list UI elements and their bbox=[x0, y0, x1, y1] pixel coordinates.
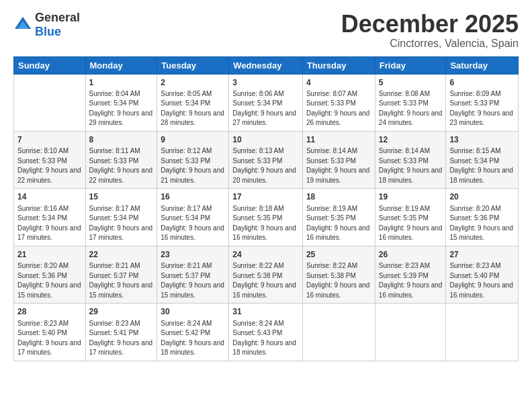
day-info: Sunrise: 8:07 AMSunset: 5:33 PMDaylight:… bbox=[306, 89, 371, 128]
day-info: Sunrise: 8:18 AMSunset: 5:35 PMDaylight:… bbox=[232, 204, 299, 243]
logo-icon bbox=[13, 15, 32, 34]
day-number: 17 bbox=[232, 191, 299, 203]
day-number: 2 bbox=[161, 77, 225, 89]
day-info: Sunrise: 8:19 AMSunset: 5:35 PMDaylight:… bbox=[306, 204, 371, 243]
calendar-cell: 16Sunrise: 8:17 AMSunset: 5:34 PMDayligh… bbox=[157, 189, 229, 246]
calendar-week-row: 7Sunrise: 8:10 AMSunset: 5:33 PMDaylight… bbox=[14, 131, 519, 188]
calendar-cell: 31Sunrise: 8:24 AMSunset: 5:43 PMDayligh… bbox=[229, 304, 303, 361]
day-info: Sunrise: 8:19 AMSunset: 5:35 PMDaylight:… bbox=[379, 204, 443, 243]
day-info: Sunrise: 8:22 AMSunset: 5:38 PMDaylight:… bbox=[306, 261, 371, 300]
day-info: Sunrise: 8:24 AMSunset: 5:43 PMDaylight:… bbox=[232, 319, 299, 358]
day-number: 24 bbox=[232, 249, 299, 261]
month-title: December 2025 bbox=[341, 11, 519, 38]
day-number: 7 bbox=[17, 134, 82, 146]
day-number: 10 bbox=[232, 134, 299, 146]
calendar-week-row: 14Sunrise: 8:16 AMSunset: 5:34 PMDayligh… bbox=[14, 189, 519, 246]
logo: General Blue bbox=[13, 11, 80, 39]
day-number: 6 bbox=[449, 77, 515, 89]
calendar-cell: 27Sunrise: 8:23 AMSunset: 5:40 PMDayligh… bbox=[446, 246, 519, 303]
day-info: Sunrise: 8:20 AMSunset: 5:36 PMDaylight:… bbox=[17, 261, 82, 300]
day-info: Sunrise: 8:12 AMSunset: 5:33 PMDaylight:… bbox=[161, 146, 225, 185]
weekday-header-thursday: Thursday bbox=[302, 56, 375, 74]
day-number: 22 bbox=[89, 249, 154, 261]
day-info: Sunrise: 8:17 AMSunset: 5:34 PMDaylight:… bbox=[161, 204, 225, 243]
calendar-cell: 19Sunrise: 8:19 AMSunset: 5:35 PMDayligh… bbox=[375, 189, 446, 246]
day-number: 13 bbox=[449, 134, 515, 146]
day-info: Sunrise: 8:11 AMSunset: 5:33 PMDaylight:… bbox=[89, 146, 154, 185]
day-number: 29 bbox=[89, 306, 154, 318]
weekday-header-sunday: Sunday bbox=[14, 56, 86, 74]
calendar-cell: 4Sunrise: 8:07 AMSunset: 5:33 PMDaylight… bbox=[302, 74, 375, 131]
weekday-header-row: SundayMondayTuesdayWednesdayThursdayFrid… bbox=[14, 56, 519, 74]
calendar-cell: 21Sunrise: 8:20 AMSunset: 5:36 PMDayligh… bbox=[14, 246, 86, 303]
day-number: 14 bbox=[17, 191, 82, 203]
day-number: 5 bbox=[379, 77, 443, 89]
calendar-cell: 10Sunrise: 8:13 AMSunset: 5:33 PMDayligh… bbox=[229, 131, 303, 188]
day-number: 23 bbox=[161, 249, 225, 261]
calendar-week-row: 28Sunrise: 8:23 AMSunset: 5:40 PMDayligh… bbox=[14, 304, 519, 361]
day-info: Sunrise: 8:23 AMSunset: 5:40 PMDaylight:… bbox=[17, 319, 82, 358]
header-area: General Blue December 2025 Cinctorres, V… bbox=[13, 11, 519, 50]
day-info: Sunrise: 8:05 AMSunset: 5:34 PMDaylight:… bbox=[161, 89, 225, 128]
day-info: Sunrise: 8:04 AMSunset: 5:34 PMDaylight:… bbox=[89, 89, 154, 128]
day-number: 11 bbox=[306, 134, 371, 146]
calendar-cell: 23Sunrise: 8:21 AMSunset: 5:37 PMDayligh… bbox=[157, 246, 229, 303]
day-number: 3 bbox=[232, 77, 299, 89]
calendar-cell: 17Sunrise: 8:18 AMSunset: 5:35 PMDayligh… bbox=[229, 189, 303, 246]
day-number: 31 bbox=[232, 306, 299, 318]
calendar-cell: 6Sunrise: 8:09 AMSunset: 5:33 PMDaylight… bbox=[446, 74, 519, 131]
calendar-cell bbox=[302, 304, 375, 361]
day-number: 4 bbox=[306, 77, 371, 89]
calendar-cell: 26Sunrise: 8:23 AMSunset: 5:39 PMDayligh… bbox=[375, 246, 446, 303]
day-info: Sunrise: 8:06 AMSunset: 5:34 PMDaylight:… bbox=[232, 89, 299, 128]
calendar-cell: 12Sunrise: 8:14 AMSunset: 5:33 PMDayligh… bbox=[375, 131, 446, 188]
calendar-cell: 22Sunrise: 8:21 AMSunset: 5:37 PMDayligh… bbox=[85, 246, 157, 303]
day-info: Sunrise: 8:17 AMSunset: 5:34 PMDaylight:… bbox=[89, 204, 154, 243]
calendar-table: SundayMondayTuesdayWednesdayThursdayFrid… bbox=[13, 56, 519, 361]
logo-blue: Blue bbox=[35, 25, 61, 38]
calendar-cell: 1Sunrise: 8:04 AMSunset: 5:34 PMDaylight… bbox=[85, 74, 157, 131]
calendar-cell: 29Sunrise: 8:23 AMSunset: 5:41 PMDayligh… bbox=[85, 304, 157, 361]
calendar-cell: 2Sunrise: 8:05 AMSunset: 5:34 PMDaylight… bbox=[157, 74, 229, 131]
day-info: Sunrise: 8:15 AMSunset: 5:34 PMDaylight:… bbox=[449, 146, 515, 185]
day-info: Sunrise: 8:23 AMSunset: 5:40 PMDaylight:… bbox=[449, 261, 515, 300]
weekday-header-wednesday: Wednesday bbox=[229, 56, 303, 74]
calendar-cell: 18Sunrise: 8:19 AMSunset: 5:35 PMDayligh… bbox=[302, 189, 375, 246]
day-info: Sunrise: 8:14 AMSunset: 5:33 PMDaylight:… bbox=[306, 146, 371, 185]
day-number: 15 bbox=[89, 191, 154, 203]
day-info: Sunrise: 8:21 AMSunset: 5:37 PMDaylight:… bbox=[89, 261, 154, 300]
calendar-week-row: 1Sunrise: 8:04 AMSunset: 5:34 PMDaylight… bbox=[14, 74, 519, 131]
day-number: 16 bbox=[161, 191, 225, 203]
weekday-header-saturday: Saturday bbox=[446, 56, 519, 74]
calendar-cell: 3Sunrise: 8:06 AMSunset: 5:34 PMDaylight… bbox=[229, 74, 303, 131]
calendar-cell: 28Sunrise: 8:23 AMSunset: 5:40 PMDayligh… bbox=[14, 304, 86, 361]
calendar-cell: 14Sunrise: 8:16 AMSunset: 5:34 PMDayligh… bbox=[14, 189, 86, 246]
calendar-cell bbox=[14, 74, 86, 131]
day-number: 30 bbox=[161, 306, 225, 318]
day-info: Sunrise: 8:23 AMSunset: 5:39 PMDaylight:… bbox=[379, 261, 443, 300]
day-info: Sunrise: 8:23 AMSunset: 5:41 PMDaylight:… bbox=[89, 319, 154, 358]
calendar-page: General Blue December 2025 Cinctorres, V… bbox=[0, 0, 532, 411]
calendar-cell: 24Sunrise: 8:22 AMSunset: 5:38 PMDayligh… bbox=[229, 246, 303, 303]
day-info: Sunrise: 8:21 AMSunset: 5:37 PMDaylight:… bbox=[161, 261, 225, 300]
location-title: Cinctorres, Valencia, Spain bbox=[341, 38, 519, 50]
day-info: Sunrise: 8:16 AMSunset: 5:34 PMDaylight:… bbox=[17, 204, 82, 243]
day-number: 19 bbox=[379, 191, 443, 203]
day-info: Sunrise: 8:20 AMSunset: 5:36 PMDaylight:… bbox=[449, 204, 515, 243]
title-area: December 2025 Cinctorres, Valencia, Spai… bbox=[341, 11, 519, 50]
calendar-week-row: 21Sunrise: 8:20 AMSunset: 5:36 PMDayligh… bbox=[14, 246, 519, 303]
day-info: Sunrise: 8:24 AMSunset: 5:42 PMDaylight:… bbox=[161, 319, 225, 358]
calendar-cell: 25Sunrise: 8:22 AMSunset: 5:38 PMDayligh… bbox=[302, 246, 375, 303]
day-number: 21 bbox=[17, 249, 82, 261]
day-number: 26 bbox=[379, 249, 443, 261]
logo-general: General bbox=[35, 11, 80, 24]
calendar-cell: 13Sunrise: 8:15 AMSunset: 5:34 PMDayligh… bbox=[446, 131, 519, 188]
day-info: Sunrise: 8:09 AMSunset: 5:33 PMDaylight:… bbox=[449, 89, 515, 128]
day-number: 9 bbox=[161, 134, 225, 146]
calendar-cell bbox=[446, 304, 519, 361]
calendar-cell: 8Sunrise: 8:11 AMSunset: 5:33 PMDaylight… bbox=[85, 131, 157, 188]
calendar-cell: 11Sunrise: 8:14 AMSunset: 5:33 PMDayligh… bbox=[302, 131, 375, 188]
weekday-header-tuesday: Tuesday bbox=[157, 56, 229, 74]
day-number: 18 bbox=[306, 191, 371, 203]
calendar-cell: 15Sunrise: 8:17 AMSunset: 5:34 PMDayligh… bbox=[85, 189, 157, 246]
